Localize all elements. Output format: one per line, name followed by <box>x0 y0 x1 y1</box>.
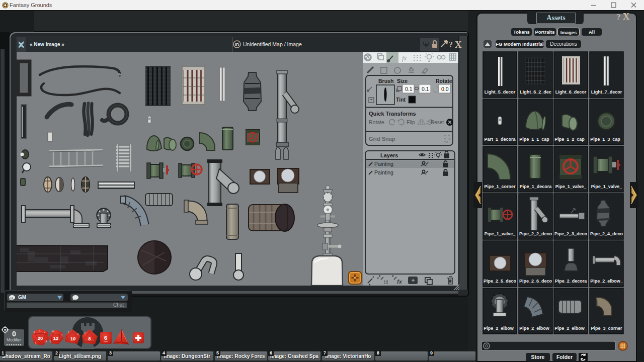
svg-text:Grid Snap: Grid Snap <box>369 136 395 142</box>
svg-text:12: 12 <box>53 335 59 341</box>
svg-text:ID: ID <box>235 42 240 47</box>
svg-text:GM: GM <box>18 295 26 300</box>
svg-text:10: 10 <box>51 329 54 332</box>
svg-text:X: X <box>455 39 462 50</box>
svg-text:6: 6 <box>104 335 107 341</box>
svg-text:Pipe_1_valve_: Pipe_1_valve_ <box>555 184 587 189</box>
svg-text:2: 2 <box>44 330 46 333</box>
svg-text:Rotate: Rotate <box>436 78 452 84</box>
svg-text:Layers: Layers <box>380 152 398 158</box>
svg-text:4: 4 <box>39 329 41 332</box>
svg-text:Pipe_2_6_deco: Pipe_2_6_deco <box>519 279 552 284</box>
svg-text:6: 6 <box>50 340 51 343</box>
svg-text:Pipe_2_elbow_: Pipe_2_elbow_ <box>590 279 623 284</box>
svg-text:fx: fx <box>397 279 403 285</box>
svg-text:3: 3 <box>61 334 63 337</box>
svg-text:?: ? <box>449 40 453 49</box>
svg-text:0.1: 0.1 <box>422 86 429 92</box>
svg-text:14: 14 <box>44 340 47 343</box>
svg-text:Brush: Brush <box>378 78 393 84</box>
svg-text:Pipe_1_valve_: Pipe_1_valve_ <box>485 231 516 236</box>
svg-text:Reset: Reset <box>431 120 444 125</box>
svg-text:10: 10 <box>70 336 76 341</box>
svg-text:Pipe_1_2_cap_: Pipe_1_2_cap_ <box>554 137 588 142</box>
svg-text:Tint: Tint <box>396 97 406 103</box>
svg-text:8: 8 <box>34 331 35 334</box>
svg-text:Unidentified Map / Image: Unidentified Map / Image <box>243 41 302 47</box>
svg-text:9: 9 <box>35 342 37 345</box>
svg-text:Rotate: Rotate <box>369 119 384 125</box>
svg-text:Painting: Painting <box>374 169 393 175</box>
svg-text:Pipe_1_corner: Pipe_1_corner <box>484 184 516 189</box>
svg-text:Light_7_decor: Light_7_decor <box>591 89 622 95</box>
svg-text:Light_6_decor: Light_6_decor <box>555 89 587 95</box>
svg-text:Pipe_1_valve_: Pipe_1_valve_ <box>591 184 623 189</box>
svg-text:●●: ●● <box>10 296 13 299</box>
svg-text:Pipe_2_decora: Pipe_2_decora <box>555 279 588 284</box>
svg-text:8: 8 <box>77 333 79 336</box>
svg-text:Pipe_2_elbow_: Pipe_2_elbow_ <box>484 326 517 331</box>
svg-text:8: 8 <box>88 336 91 341</box>
svg-text:Store: Store <box>531 354 545 360</box>
svg-text:2: 2 <box>68 331 69 334</box>
svg-text:Flip: Flip <box>407 119 415 125</box>
svg-text:Pipe_1_1_cap_: Pipe_1_1_cap_ <box>519 137 552 142</box>
svg-text:Quick Transforms: Quick Transforms <box>369 111 416 117</box>
svg-text:Size: Size <box>397 78 408 84</box>
svg-text:Pipe_2_3_deco: Pipe_2_3_deco <box>554 231 588 236</box>
svg-text:Pipe_3_corner: Pipe_3_corner <box>591 326 622 331</box>
svg-text:fx: fx <box>402 54 407 62</box>
svg-text:Pipe_1_decora: Pipe_1_decora <box>520 184 552 189</box>
svg-text:Painting: Painting <box>374 161 393 167</box>
svg-text:Pipe_2_2_deco: Pipe_2_2_deco <box>519 231 552 236</box>
svg-text:Pipe_2_elbow_: Pipe_2_elbow_ <box>519 326 552 331</box>
svg-text:Folder: Folder <box>556 354 573 360</box>
svg-text:Light_5_decor: Light_5_decor <box>485 89 516 95</box>
svg-text:Pipe_2_4_deco: Pipe_2_4_deco <box>590 231 623 236</box>
svg-text:0.0: 0.0 <box>441 86 449 92</box>
svg-text:0.1: 0.1 <box>405 86 413 92</box>
svg-text:Part_1_decora: Part_1_decora <box>484 137 516 142</box>
svg-text:Pipe_2_elbow_: Pipe_2_elbow_ <box>554 326 588 331</box>
svg-text:Pipe_2_5_deco: Pipe_2_5_deco <box>484 279 517 284</box>
svg-text:2: 2 <box>85 332 86 335</box>
svg-text:20: 20 <box>38 335 43 341</box>
svg-text:Pipe_1_3_cap_: Pipe_1_3_cap_ <box>590 137 623 142</box>
svg-text:Light_6_2_dec: Light_6_2_dec <box>520 89 551 95</box>
